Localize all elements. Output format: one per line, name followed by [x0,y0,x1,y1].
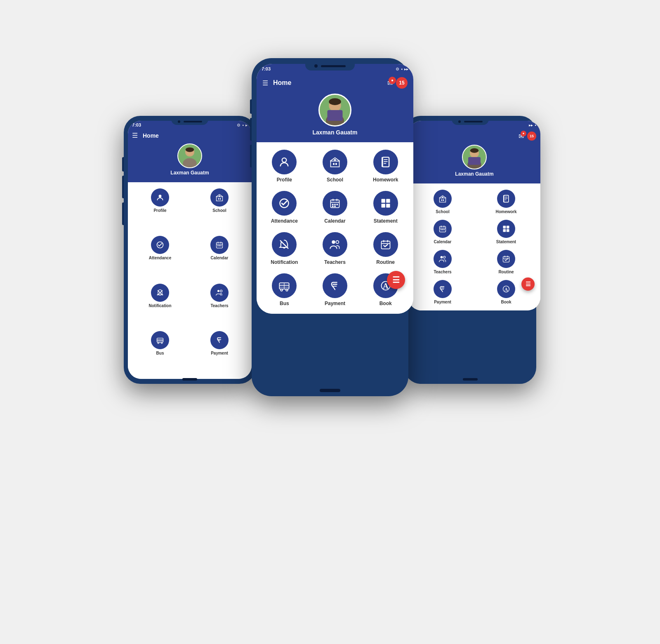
profile-section-left: Laxman Gauatm [128,142,252,182]
svg-rect-16 [219,245,220,247]
svg-rect-52 [386,199,390,203]
svg-rect-37 [382,157,389,167]
menu-item-calendar-center[interactable]: Calendar [311,188,360,227]
svg-point-96 [441,256,443,259]
menu-item-profile-left[interactable]: Profile [131,186,189,232]
menu-item-teachers-left[interactable]: Teachers [191,282,248,327]
menu-item-school-left[interactable]: School [191,186,248,232]
menu-item-teachers-center[interactable]: Teachers [311,229,360,268]
menu-item-attendance-left[interactable]: Attendance [131,234,189,280]
menu-item-homework-right[interactable]: Homework [475,188,537,216]
header-icons-right: ✉ ● 15 [519,132,536,141]
svg-rect-81 [504,195,509,202]
menu-item-payment-left[interactable]: Payment [191,329,248,375]
menu-label-notification-left: Notification [149,303,172,308]
profile-name-right: Laxman Gauatm [455,171,493,177]
svg-point-5 [159,195,162,197]
notif-icon-wrap-right[interactable]: 15 [527,132,536,141]
svg-point-65 [281,289,283,291]
header-title-left: Home [143,132,248,139]
menu-item-payment-center[interactable]: Payment [311,270,360,310]
notif-count-right: 15 [530,134,534,138]
notif-count-center: 15 [399,80,404,86]
menu-item-school-center[interactable]: School [311,146,360,186]
menu-label-book-center: Book [380,301,392,306]
menu-item-statement-center[interactable]: Statement [361,188,410,227]
status-icons-center: ⚙ ▪ ▸▸ [396,67,408,71]
status-icons-right: ▸▸ ▪ [529,123,536,127]
menu-grid-left: Profile School [128,182,252,379]
menu-label-payment-center: Payment [325,301,345,306]
hamburger-icon-left[interactable]: ☰ [132,132,138,139]
menu-label-bus-left: Bus [156,351,164,355]
menu-label-school-right: School [436,209,449,214]
battery-icon-right: ▪ [535,123,536,127]
svg-rect-58 [381,241,390,249]
svg-rect-98 [503,256,509,262]
svg-rect-93 [507,226,509,229]
svg-rect-92 [503,226,506,229]
menu-label-payment-right: Payment [434,300,451,304]
mail-icon-wrap-right[interactable]: ✉ ● [519,132,524,140]
mail-icon-wrap-center[interactable]: ✉ ● [387,79,393,87]
menu-item-bus-center[interactable]: Bus [260,270,309,310]
menu-item-payment-right[interactable]: Payment [412,278,474,306]
hamburger-icon-center[interactable]: ☰ [262,79,268,87]
menu-label-book-right: Book [501,300,512,304]
notif-icon-wrap-center[interactable]: 15 [396,77,408,89]
menu-label-routine-center: Routine [376,259,395,265]
svg-point-75 [470,148,479,153]
menu-item-calendar-left[interactable]: Calendar [191,234,248,280]
svg-point-18 [217,290,219,292]
menu-item-homework-center[interactable]: Homework [361,146,410,186]
svg-rect-36 [334,159,336,161]
svg-rect-47 [334,204,336,205]
menu-label-profile-center: Profile [277,177,292,183]
fab-right[interactable]: ☰ [521,277,535,291]
svg-rect-95 [507,229,509,232]
menu-label-teachers-center: Teachers [324,259,346,265]
menu-label-calendar-right: Calendar [434,240,452,244]
menu-label-notification-center: Notification [271,259,298,265]
menu-item-notification-left[interactable]: Notification [131,282,189,327]
svg-point-32 [282,158,287,162]
menu-label-attendance-center: Attendance [271,218,298,224]
svg-rect-80 [442,197,443,198]
svg-point-97 [443,256,446,258]
menu-label-calendar-left: Calendar [211,256,229,260]
svg-rect-46 [332,204,334,205]
svg-rect-90 [442,229,443,230]
fab-center[interactable]: ☰ [387,271,405,289]
header-icons-center: ✉ ● 15 [387,77,408,89]
phones-container: 7:03 ⚙ ▪ ▸ ☰ Home [103,33,557,611]
menu-item-profile-center[interactable]: Profile [260,146,309,186]
menu-label-teachers-right: Teachers [434,270,451,274]
header-title-center: Home [273,79,382,87]
svg-rect-53 [381,204,385,207]
menu-label-homework-center: Homework [373,177,398,183]
svg-rect-34 [333,163,335,165]
menu-item-school-right[interactable]: School [412,188,474,216]
menu-item-routine-center[interactable]: Routine [361,229,410,268]
svg-rect-7 [218,198,219,200]
menu-item-calendar-right[interactable]: Calendar [412,218,474,246]
menu-grid-right: School Homewor [408,183,540,310]
avatar-right [462,145,487,169]
menu-item-bus-left[interactable]: Bus [131,329,189,375]
svg-rect-79 [443,200,444,201]
menu-item-notification-center[interactable]: Notification [260,229,309,268]
svg-rect-20 [157,338,163,342]
menu-label-profile-left: Profile [153,208,166,213]
wifi-icon-left: ▸ [245,123,248,127]
avatar-center [318,94,351,127]
svg-rect-89 [441,229,442,230]
profile-name-left: Laxman Gauatm [170,170,209,176]
status-icons-left: ⚙ ▪ ▸ [237,123,248,127]
app-header-left: ☰ Home [128,129,252,142]
menu-item-teachers-right[interactable]: Teachers [412,248,474,276]
menu-item-routine-right[interactable]: Routine [475,248,537,276]
svg-rect-91 [444,229,445,230]
svg-rect-15 [217,245,219,247]
menu-item-attendance-center[interactable]: Attendance [260,188,309,227]
menu-item-statement-right[interactable]: Statement [475,218,537,246]
